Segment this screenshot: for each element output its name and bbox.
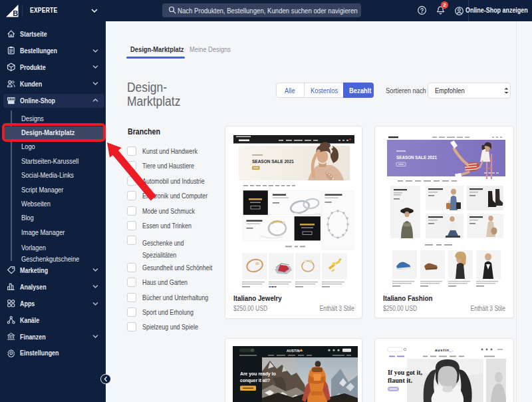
svg-text:Are you ready to: Are you ready to bbox=[240, 371, 276, 377]
svg-text:AUSTIN: AUSTIN bbox=[287, 349, 300, 353]
svg-text:SEASON SALE 2021: SEASON SALE 2021 bbox=[252, 159, 294, 164]
svg-text:SEASON SALE 2021: SEASON SALE 2021 bbox=[396, 155, 437, 160]
svg-text:B: B bbox=[13, 9, 18, 17]
svg-text:austin: austin bbox=[435, 348, 449, 352]
svg-text:flaunt it.: flaunt it. bbox=[388, 377, 412, 384]
svg-text:conquer it all?: conquer it all? bbox=[240, 378, 270, 383]
svg-text:If you got it,: If you got it, bbox=[388, 369, 423, 376]
